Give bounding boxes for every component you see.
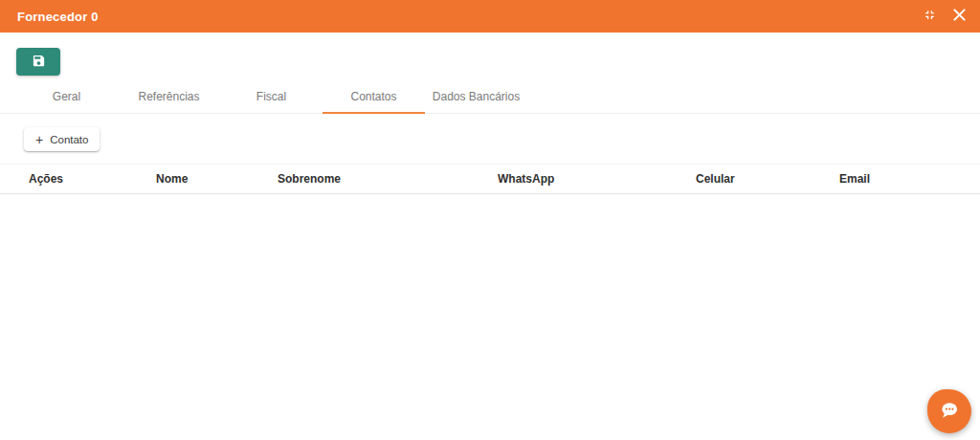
add-contact-button[interactable]: + Contato [24, 127, 100, 151]
column-header-nome: Nome [156, 172, 278, 186]
add-contact-label: Contato [50, 134, 88, 145]
tab-label: Dados Bancários [433, 90, 520, 103]
column-header-whatsapp: WhatsApp [498, 172, 696, 186]
save-button[interactable] [16, 48, 60, 76]
column-header-a-es: Ações [29, 172, 156, 186]
column-header-celular: Celular [696, 172, 839, 186]
close-icon [953, 8, 966, 25]
tab-label: Geral [53, 90, 80, 103]
tab-dados-banc-rios[interactable]: Dados Bancários [425, 84, 527, 113]
tab-refer-ncias[interactable]: Referências [118, 84, 220, 113]
modal-titlebar: Fornecedor 0 [0, 0, 980, 33]
tab-label: Referências [138, 90, 199, 103]
table-header-row: AçõesNomeSobrenomeWhatsAppCelularEmail [0, 165, 980, 194]
tab-label: Contatos [350, 90, 396, 103]
tab-fiscal[interactable]: Fiscal [220, 84, 323, 113]
tab-label: Fiscal [256, 90, 286, 103]
compress-button[interactable] [921, 8, 938, 25]
chat-bubble-icon [937, 398, 962, 426]
tab-geral[interactable]: Geral [15, 84, 118, 113]
save-icon [32, 54, 46, 71]
page-title: Fornecedor 0 [17, 10, 99, 24]
titlebar-actions [921, 8, 968, 25]
plus-icon: + [35, 133, 43, 146]
compress-icon [923, 8, 937, 26]
table-body [0, 194, 980, 232]
contacts-table: AçõesNomeSobrenomeWhatsAppCelularEmail [0, 164, 980, 232]
column-header-sobrenome: Sobrenome [278, 172, 498, 186]
tab-contatos[interactable]: Contatos [323, 84, 425, 113]
column-header-email: Email [839, 172, 980, 186]
chat-fab-button[interactable] [927, 389, 971, 433]
tabs: GeralReferênciasFiscalContatosDados Banc… [0, 84, 980, 114]
close-button[interactable] [950, 8, 968, 25]
